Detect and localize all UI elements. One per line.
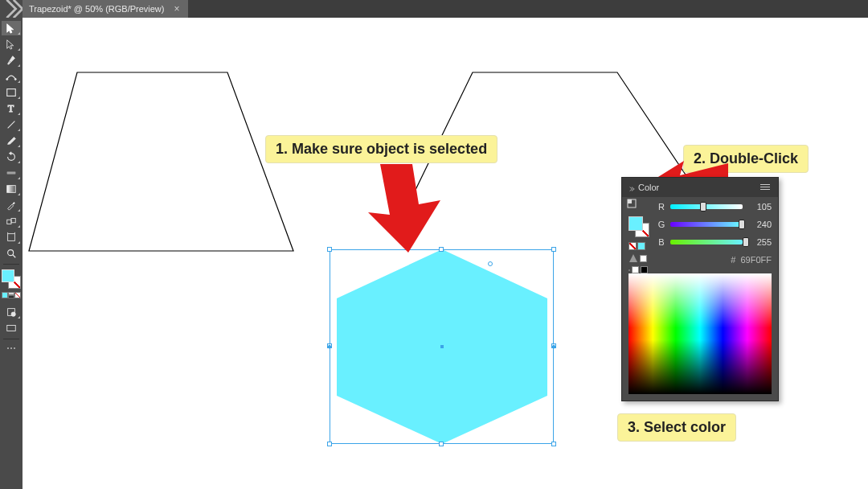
svg-point-15 [11,312,15,316]
fill-color-swatch[interactable] [2,269,14,282]
svg-point-0 [9,61,10,63]
draw-mode-tool[interactable] [2,305,21,319]
black-swatch[interactable] [641,266,648,273]
color-panel-title: Color [638,183,659,192]
paintbrush-tool[interactable] [2,134,21,148]
slider-r[interactable] [670,204,743,209]
rectangle-tool[interactable] [2,85,21,100]
slider-g-knob[interactable] [739,220,745,229]
out-of-gamut-icon[interactable] [628,253,638,263]
tab-close-button[interactable]: × [172,3,181,14]
svg-rect-3 [7,89,16,97]
artboard-tool[interactable] [2,230,21,244]
channel-r-label: R [657,202,665,212]
tools-panel: T ⋯ [0,18,23,489]
white-swatch2[interactable] [632,266,639,273]
panel-swatches [628,202,653,273]
rgb-sliders: R 105 G 240 B 255 # 69F0FF [657,202,772,265]
resize-handle-ne[interactable] [551,247,556,252]
none-swatch-icon[interactable] [628,242,637,250]
svg-rect-16 [7,326,16,331]
svg-point-1 [6,78,8,80]
slider-g[interactable] [670,222,743,227]
document-tab-title: Trapezoid* @ 50% (RGB/Preview) [29,4,164,14]
slider-g-value[interactable]: 240 [747,220,772,229]
trapezoid-left[interactable] [29,72,293,251]
svg-point-12 [8,250,14,256]
slider-b[interactable] [670,240,743,244]
edit-toolbar-button[interactable]: ⋯ [2,341,21,355]
canvas[interactable]: 1. Make sure object is selected 2. Doubl… [23,18,868,489]
last-color-icon[interactable] [637,242,645,250]
color-mode-row [2,292,21,302]
resize-handle-s[interactable] [439,442,444,446]
arrow-step1-icon [364,156,461,269]
hex-value[interactable]: 69F0FF [740,255,772,265]
resize-handle-nw[interactable] [327,247,332,252]
toolbar-separator [3,264,19,265]
rotate-tool[interactable] [2,150,21,164]
pen-tool[interactable] [2,53,21,68]
color-mode-solid[interactable] [2,292,8,298]
color-mode-none[interactable] [14,292,21,298]
resize-handle-se[interactable] [551,442,556,446]
svg-rect-8 [11,219,15,223]
slider-b-value[interactable]: 255 [747,237,772,247]
selection-center-icon [440,345,444,348]
hex-prefix: # [731,255,735,265]
selection-tool[interactable] [2,21,21,35]
svg-rect-9 [8,234,15,241]
svg-line-5 [8,121,15,129]
curvature-tool[interactable] [2,69,21,84]
eyedropper-tool[interactable] [2,198,21,212]
svg-line-13 [13,255,16,258]
svg-rect-7 [7,220,11,224]
width-tool[interactable] [2,166,21,180]
color-mode-gradient[interactable] [8,292,14,298]
color-spectrum[interactable] [628,273,772,394]
selection-bounding-box [330,249,554,444]
svg-point-2 [14,78,16,80]
panel-menu-button[interactable] [760,181,773,192]
color-panel-body: R 105 G 240 B 255 # 69F0FF [622,197,778,401]
blend-tool[interactable] [2,214,21,228]
callout-step3: 3. Select color [617,413,736,442]
panel-fill-swatch[interactable] [628,216,643,231]
color-theme-icon[interactable] [627,199,637,208]
document-tab-bar: Trapezoid* @ 50% (RGB/Preview) × [0,0,868,18]
fill-stroke-swatch[interactable] [2,269,21,290]
expand-panels-button[interactable] [0,0,23,18]
polygon-widget-icon[interactable] [488,261,493,266]
white-swatch-icon[interactable] [640,255,647,262]
channel-g-label: G [657,220,665,229]
line-segment-tool[interactable] [2,117,21,132]
none-swatch-icon2[interactable] [628,269,630,271]
gradient-tool[interactable] [2,182,21,196]
color-panel-header[interactable]: Color [622,178,778,197]
svg-rect-18 [628,199,632,203]
direct-selection-tool[interactable] [2,37,21,51]
svg-rect-6 [7,186,16,193]
channel-b-label: B [657,237,665,247]
resize-handle-sw[interactable] [327,442,332,446]
slider-r-value[interactable]: 105 [747,202,772,212]
document-tab[interactable]: Trapezoid* @ 50% (RGB/Preview) × [23,0,188,18]
collapse-icon[interactable] [628,186,635,192]
toolbar-separator [3,339,19,339]
screen-mode-tool[interactable] [2,321,21,335]
zoom-tool[interactable] [2,246,21,261]
type-tool[interactable]: T [2,101,21,116]
slider-b-knob[interactable] [743,237,749,247]
color-panel[interactable]: Color [621,177,779,401]
svg-text:T: T [8,103,14,114]
slider-r-knob[interactable] [700,202,706,212]
